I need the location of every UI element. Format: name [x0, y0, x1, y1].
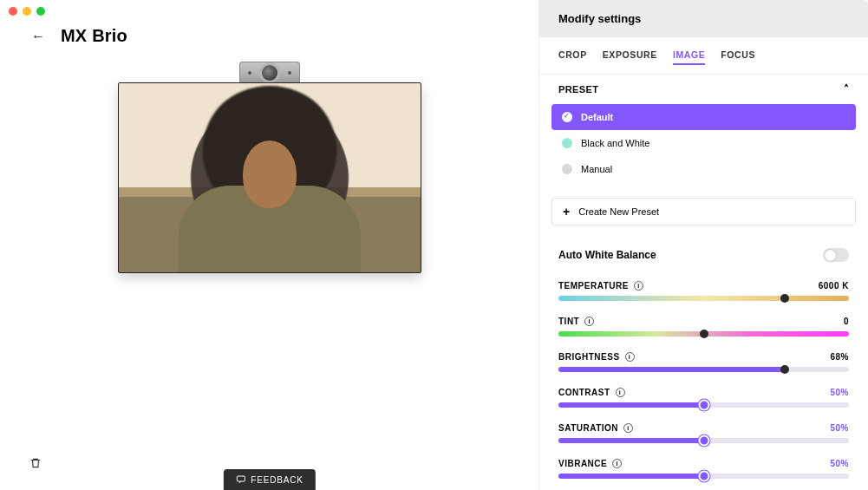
auto-white-balance-row: Auto White Balance	[539, 238, 868, 276]
preset-list: Default Black and White Manual	[539, 104, 868, 191]
brightness-label: BRIGHTNESS	[558, 352, 620, 362]
main-pane: ← MX Brio FEEDBACK	[0, 0, 538, 490]
temperature-slider[interactable]	[558, 296, 849, 301]
temperature-value: 6000 K	[819, 281, 849, 291]
preset-section-header[interactable]: PRESET ˄	[539, 74, 868, 104]
preset-label: Black and White	[581, 138, 649, 148]
main-header: ← MX Brio	[31, 26, 512, 46]
info-icon[interactable]: i	[623, 423, 633, 433]
app-window: ← MX Brio FEEDBACK Modify settings	[0, 0, 868, 490]
saturation-slider[interactable]	[558, 438, 849, 443]
preset-label: Manual	[581, 164, 612, 174]
contrast-slider[interactable]	[558, 402, 849, 408]
temperature-control: TEMPERATUREi 6000 K	[539, 276, 868, 311]
trash-icon	[29, 457, 42, 469]
close-window-button[interactable]	[9, 7, 17, 16]
vibrance-control: VIBRANCEi 50%	[539, 454, 868, 489]
awb-toggle[interactable]	[823, 248, 849, 262]
settings-panel-title: Modify settings	[558, 12, 849, 25]
create-new-preset-button[interactable]: + Create New Preset	[551, 198, 856, 225]
awb-label: Auto White Balance	[558, 249, 656, 261]
webcam-hardware-icon	[239, 62, 300, 84]
radio-unchecked-icon	[562, 138, 572, 148]
slider-thumb[interactable]	[780, 294, 789, 303]
brightness-slider[interactable]	[558, 367, 849, 372]
device-title: MX Brio	[61, 26, 127, 46]
back-arrow-icon[interactable]: ←	[31, 29, 45, 44]
tint-label: TINT	[558, 317, 579, 326]
chat-icon	[235, 474, 245, 485]
radio-checked-icon	[562, 112, 572, 122]
saturation-label: SATURATION	[558, 423, 618, 433]
settings-tabs: CROP EXPOSURE IMAGE FOCUS	[539, 37, 868, 74]
vibrance-value: 50%	[830, 459, 849, 468]
info-icon[interactable]: i	[612, 459, 622, 468]
tab-exposure[interactable]: EXPOSURE	[603, 49, 657, 65]
feedback-button[interactable]: FEEDBACK	[223, 469, 315, 490]
chevron-up-icon: ˄	[844, 83, 849, 95]
slider-thumb[interactable]	[698, 400, 709, 411]
window-traffic-lights	[9, 7, 45, 16]
brightness-value: 68%	[830, 352, 849, 362]
tint-control: TINTi 0	[539, 311, 868, 347]
info-icon[interactable]: i	[584, 317, 594, 326]
settings-panel: Modify settings CROP EXPOSURE IMAGE FOCU…	[538, 0, 868, 490]
minimize-window-button[interactable]	[23, 7, 31, 16]
temperature-label: TEMPERATURE	[558, 281, 629, 291]
settings-panel-header: Modify settings	[539, 0, 868, 37]
camera-preview[interactable]	[118, 82, 421, 273]
radio-unchecked-icon	[562, 164, 572, 174]
contrast-value: 50%	[830, 388, 849, 397]
info-icon[interactable]: i	[625, 352, 635, 362]
preset-default[interactable]: Default	[551, 104, 856, 130]
vibrance-slider[interactable]	[558, 474, 849, 479]
slider-thumb[interactable]	[698, 471, 709, 482]
tab-image[interactable]: IMAGE	[673, 49, 705, 65]
brightness-control: BRIGHTNESSi 68%	[539, 347, 868, 382]
tint-value: 0	[844, 317, 849, 326]
fullscreen-window-button[interactable]	[36, 7, 45, 16]
preset-manual[interactable]: Manual	[551, 156, 856, 182]
contrast-label: CONTRAST	[558, 388, 610, 397]
preset-label: Default	[581, 112, 613, 122]
tab-focus[interactable]: FOCUS	[721, 49, 755, 65]
new-preset-label: Create New Preset	[578, 206, 659, 217]
contrast-control: CONTRASTi 50%	[539, 382, 868, 418]
vibrance-label: VIBRANCE	[558, 459, 607, 468]
preset-section-label: PRESET	[558, 84, 598, 95]
slider-thumb[interactable]	[780, 365, 789, 374]
info-icon[interactable]: i	[634, 281, 643, 291]
webcam-lens-icon	[262, 65, 277, 81]
info-icon[interactable]: i	[616, 388, 625, 397]
slider-thumb[interactable]	[700, 330, 708, 338]
delete-button[interactable]	[26, 454, 45, 473]
tab-crop[interactable]: CROP	[558, 49, 587, 65]
feedback-label: FEEDBACK	[251, 475, 303, 485]
svg-rect-0	[237, 476, 245, 481]
saturation-control: SATURATIONi 50%	[539, 418, 868, 454]
preset-black-and-white[interactable]: Black and White	[551, 130, 856, 156]
tint-slider[interactable]	[558, 331, 849, 336]
saturation-value: 50%	[830, 423, 849, 433]
camera-preview-area	[118, 62, 421, 273]
slider-thumb[interactable]	[698, 435, 709, 447]
